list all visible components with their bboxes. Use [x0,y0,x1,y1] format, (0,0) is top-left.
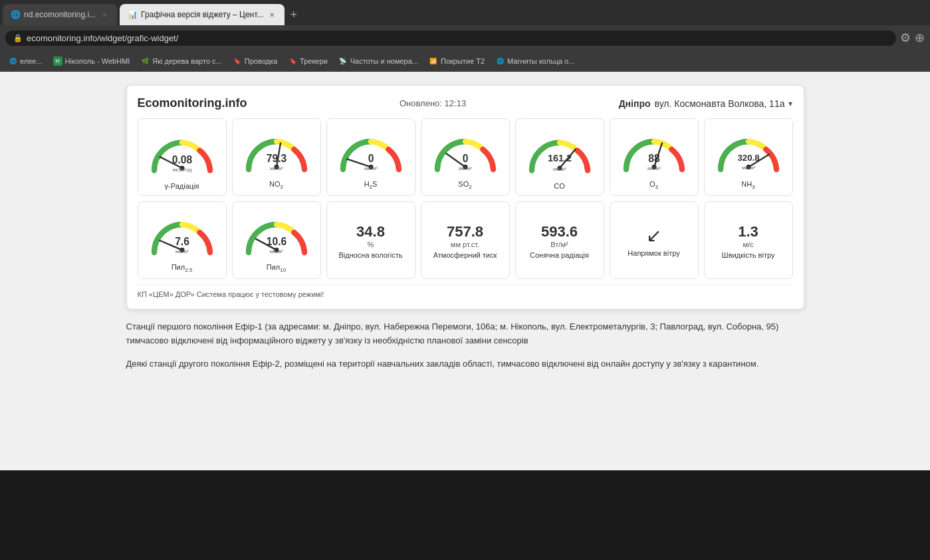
widget-address: вул. Космонавта Волкова, 11а [655,98,785,109]
humidity-value: 34.8 [356,223,385,240]
gauge-no2-label: NO2 [269,180,283,190]
card-wind-direction: ↙ Напрямок вітру [610,201,699,279]
bookmark-1-label: Нікополь - WebHMI [65,57,130,65]
tab-2[interactable]: 📊 Графічна версія віджету – Цент... ✕ [120,4,285,25]
gauge-radiation-svg: 0.08 мкЗв/год [142,126,222,179]
solar-value: 593.6 [541,223,578,240]
bookmark-1[interactable]: H Нікополь - WebHMI [51,55,133,67]
svg-text:мкг/м³: мкг/м³ [458,165,472,171]
bookmark-2-icon: 🌿 [140,56,150,66]
page-content: Ecomonitoring.info Оновлено: 12:13 Дніпр… [0,72,930,470]
bookmark-2-label: Які дерева варто с... [152,57,221,65]
gauge-nh3-label: NH3 [741,180,755,190]
bookmark-7-icon: 🌐 [495,56,505,66]
page-paragraph-1: Станції першого покоління Ефір-1 (за адр… [126,320,804,348]
tab-1-label: nd.ecomonitoring.i... [24,10,96,19]
svg-text:мкЗв/год: мкЗв/год [172,167,192,173]
svg-text:мкг/м³: мкг/м³ [269,165,283,171]
location-dropdown-icon[interactable]: ▾ [788,99,792,108]
tab-1[interactable]: 🌐 nd.ecomonitoring.i... ✕ [3,4,117,25]
bookmark-3[interactable]: 🔖 Проводка [230,55,280,67]
widget-location[interactable]: Дніпро вул. Космонавта Волкова, 11а ▾ [619,98,793,109]
bookmark-7-label: Магниты кольца о... [507,57,574,65]
svg-text:мкг/м⁶: мкг/м⁶ [269,248,283,254]
widget-container: Ecomonitoring.info Оновлено: 12:13 Дніпр… [126,85,804,310]
bookmark-6[interactable]: 📶 Покрытие Т2 [426,55,487,67]
bookmark-7[interactable]: 🌐 Магниты кольца о... [493,55,577,67]
solar-unit: Вт/м² [550,240,568,248]
gauge-co: 161.2 мкг/м³ CO [515,118,604,196]
card-solar: 593.6 Вт/м² Сонячна радіація [515,201,604,279]
tab-2-label: Графічна версія віджету – Цент... [141,10,263,19]
gauge-pm25-label: Пил2.5 [172,263,193,273]
svg-text:0: 0 [368,153,374,164]
gauge-grid-row1: 0.08 мкЗв/год γ-Радіація 79.3 мкг/м³ NO [138,118,793,196]
gauge-no2: 79.3 мкг/м³ NO2 [232,118,321,196]
svg-text:320.8: 320.8 [737,153,759,163]
gauge-nh3: 320.8 мкг/м³ NH3 [704,118,793,196]
humidity-unit: % [368,240,374,248]
gauge-pm25-svg: 7.6 мкг/м³ [142,209,222,260]
bookmark-3-icon: 🔖 [233,56,242,66]
card-humidity: 34.8 % Відносна вологість [326,201,415,279]
gauge-no2-svg: 79.3 мкг/м³ [237,126,316,177]
bookmark-6-label: Покрытие Т2 [441,57,485,65]
address-bar-row: 🔒 ecomonitoring.info/widget/grafic-widge… [0,25,930,50]
svg-text:мкг/м³: мкг/м³ [741,165,755,171]
bookmark-0[interactable]: 🌐 елее... [5,55,45,67]
bookmark-4-label: Трекери [300,57,328,65]
bookmark-6-icon: 📶 [429,56,438,66]
tab-1-close[interactable]: ✕ [100,10,109,19]
tab-bar: 🌐 nd.ecomonitoring.i... ✕ 📊 Графічна вер… [0,0,930,25]
gauge-h2s-label: H2S [364,180,378,190]
bookmark-5[interactable]: 📡 Частоты и номера... [336,55,421,67]
card-pressure: 757.8 мм рт.ст. Атмосферний тиск [421,201,510,279]
bookmark-3-label: Проводка [245,57,277,65]
widget-updated: Оновлено: 12:13 [400,98,466,108]
svg-text:7.6: 7.6 [175,236,189,247]
gauge-pm10-svg: 10.6 мкг/м⁶ [237,209,316,260]
bookmark-5-label: Частоты и номера... [350,57,418,65]
solar-label: Сонячна радіація [530,251,589,259]
svg-text:0.08: 0.08 [172,154,192,165]
bookmark-5-icon: 📡 [338,56,348,66]
svg-text:мкг/м³: мкг/м³ [175,248,189,254]
gauge-o3-svg: 88 мкг/м³ [614,126,694,177]
lock-icon: 🔒 [13,34,23,43]
bookmark-0-label: елее... [20,57,43,65]
gauge-nh3-svg: 320.8 мкг/м³ [709,126,788,177]
browser-target-icon[interactable]: ⊕ [915,31,925,45]
widget-title: Ecomonitoring.info [138,96,247,110]
widget-footer-text: КП «ЦЕМ» ДОР» Система працює у тестовому… [138,290,324,298]
bookmark-2[interactable]: 🌿 Які дерева варто с... [138,55,224,67]
svg-text:88: 88 [648,153,660,164]
bookmark-0-icon: 🌐 [8,56,17,66]
address-bar[interactable]: 🔒 ecomonitoring.info/widget/grafic-widge… [5,31,896,46]
svg-text:мкг/м³: мкг/м³ [364,165,378,171]
gauge-h2s: 0 мкг/м³ H2S [326,118,415,196]
gauge-so2: 0 мкг/м³ SO2 [421,118,510,196]
gauge-so2-svg: 0 мкг/м³ [425,126,505,177]
wind-direction-label: Напрямок вітру [628,249,679,257]
bookmark-4[interactable]: 🔖 Трекери [285,55,330,67]
svg-text:161.2: 161.2 [547,153,571,163]
browser-settings-icon[interactable]: ⚙ [900,31,911,45]
tab-2-close[interactable]: ✕ [267,10,277,19]
gauge-pm10-label: Пил10 [267,263,286,273]
pressure-unit: мм рт.ст. [451,240,479,248]
gauge-radiation: 0.08 мкЗв/год γ-Радіація [138,118,227,196]
page-text-section: Станції першого покоління Ефір-1 (за адр… [126,320,804,371]
svg-text:0: 0 [462,153,468,164]
gauge-o3: 88 мкг/м³ O3 [610,118,699,196]
wind-speed-value: 1.3 [738,223,758,240]
svg-text:79.3: 79.3 [266,153,287,164]
address-text: ecomonitoring.info/widget/grafic-widget/ [27,33,178,43]
tab-2-icon: 📊 [128,10,137,19]
gauge-h2s-svg: 0 мкг/м³ [331,126,411,177]
gauge-pm10: 10.6 мкг/м⁶ Пил10 [232,201,321,279]
pressure-value: 757.8 [447,223,483,240]
browser-chrome: 🌐 nd.ecomonitoring.i... ✕ 📊 Графічна вер… [0,0,930,72]
svg-text:мкг/м³: мкг/м³ [647,165,661,171]
widget-header: Ecomonitoring.info Оновлено: 12:13 Дніпр… [138,96,793,110]
add-tab-button[interactable]: + [285,8,302,22]
